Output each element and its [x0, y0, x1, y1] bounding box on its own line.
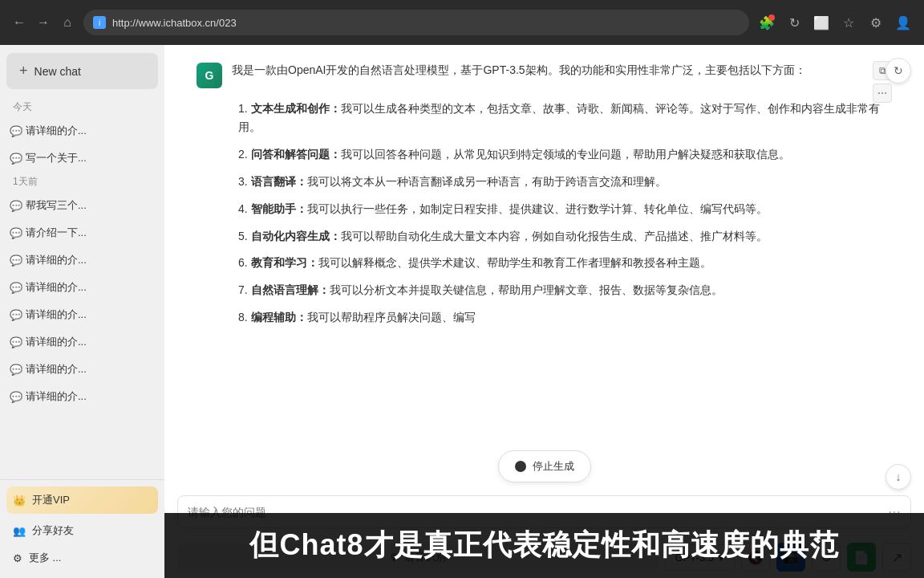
- upload-icon[interactable]: ⬆: [121, 123, 137, 139]
- delete-icon[interactable]: 🗑: [139, 307, 155, 323]
- stop-label: 停止生成: [533, 459, 574, 474]
- new-chat-label: New chat: [34, 65, 81, 78]
- edit-icon[interactable]: ✏: [103, 252, 120, 268]
- list-item[interactable]: 💬 请详细的介... ✏ ⬆ 🗑: [3, 356, 161, 383]
- more-button[interactable]: ⚙ 更多 ...: [6, 544, 158, 572]
- list-item: 1. 文本生成和创作：我可以生成各种类型的文本，包括文章、故事、诗歌、新闻稿、评…: [238, 100, 892, 138]
- sidebar: + New chat 今天 💬 请详细的介... ✏ ⬆ 🗑 💬 写一个关于..…: [0, 45, 164, 578]
- share-button[interactable]: 👥 分享好友: [6, 517, 158, 544]
- main-chat-area: G 我是一款由OpenAI开发的自然语言处理模型，基于GPT-3.5架构。我的功…: [164, 45, 924, 578]
- section-yesterday: 1天前: [3, 172, 161, 192]
- chat-item-text: 请详细的介...: [26, 307, 100, 322]
- delete-icon[interactable]: 🗑: [139, 252, 155, 268]
- edit-icon[interactable]: ✏: [103, 334, 120, 350]
- sidebar-footer: 👑 开通VIP 👥 分享好友 ⚙ 更多 ...: [0, 479, 164, 578]
- list-item[interactable]: 💬 写一个关于... ✏ ⬆ 🗑: [3, 144, 161, 172]
- list-item[interactable]: 💬 帮我写三个... ✏ ⬆ 🗑: [3, 192, 161, 219]
- profile-icon[interactable]: 👤: [892, 11, 914, 34]
- stop-generation-button[interactable]: 停止生成: [498, 450, 591, 482]
- chat-icon: 💬: [10, 282, 22, 294]
- chat-icon: 💬: [10, 200, 22, 212]
- scroll-up-button[interactable]: ↻: [886, 58, 911, 83]
- refresh-icon[interactable]: ↻: [783, 11, 805, 34]
- chat-messages: G 我是一款由OpenAI开发的自然语言处理模型，基于GPT-3.5架构。我的功…: [164, 45, 924, 444]
- upload-icon[interactable]: ⬆: [121, 150, 137, 166]
- extension-icon[interactable]: 🧩: [756, 11, 778, 34]
- upload-icon[interactable]: ⬆: [121, 307, 137, 323]
- message-text: 我是一款由OpenAI开发的自然语言处理模型，基于GPT-3.5架构。我的功能和…: [232, 61, 892, 336]
- list-item: 8. 编程辅助：我可以帮助程序员解决问题、编写: [238, 308, 892, 328]
- list-item[interactable]: 💬 请详细的介... ✏ ⬆ 🗑: [3, 328, 161, 356]
- delete-icon[interactable]: 🗑: [139, 361, 155, 377]
- browser-chrome: ← → ⌂ i http://www.ichatbox.cn/023 🧩 ↻ ⬜…: [0, 0, 924, 45]
- subtitle-text: 但Chat8才是真正代表稳定性和高速度的典范: [249, 528, 838, 561]
- scroll-down-button[interactable]: ↓: [886, 464, 911, 490]
- list-item[interactable]: 💬 请详细的介... ✏ ⬆ 🗑: [3, 117, 161, 144]
- edit-icon[interactable]: ✏: [103, 307, 120, 323]
- chat-icon: 💬: [10, 227, 22, 239]
- upload-icon[interactable]: ⬆: [121, 334, 137, 350]
- back-icon[interactable]: ←: [10, 13, 29, 32]
- list-item: 3. 语言翻译：我可以将文本从一种语言翻译成另一种语言，有助于跨语言交流和理解。: [238, 173, 892, 192]
- delete-icon[interactable]: 🗑: [139, 279, 155, 295]
- intro-text: 我是一款由OpenAI开发的自然语言处理模型，基于GPT-3.5架构。我的功能和…: [232, 61, 892, 80]
- share-icon: 👥: [13, 525, 26, 537]
- upload-icon[interactable]: ⬆: [121, 389, 137, 405]
- edit-icon[interactable]: ✏: [103, 123, 120, 139]
- list-item: 7. 自然语言理解：我可以分析文本并提取关键信息，帮助用户理解文章、报告、数据等…: [238, 281, 892, 300]
- share-label: 分享好友: [32, 523, 74, 538]
- delete-icon[interactable]: 🗑: [139, 389, 155, 405]
- site-favicon: i: [93, 16, 106, 29]
- edit-icon[interactable]: ✏: [103, 197, 120, 214]
- edit-icon[interactable]: ✏: [103, 225, 120, 241]
- edit-icon[interactable]: ✏: [103, 150, 120, 166]
- address-bar[interactable]: i http://www.ichatbox.cn/023: [83, 10, 749, 35]
- list-item[interactable]: 💬 请详细的介... ✏ ⬆ 🗑: [3, 246, 161, 274]
- list-item[interactable]: 💬 请详细的介... ✏ ⬆ 🗑: [3, 383, 161, 410]
- chat-item-text: 请详细的介...: [26, 124, 100, 138]
- upload-icon[interactable]: ⬆: [121, 197, 137, 214]
- chat-icon: 💬: [10, 336, 22, 348]
- plus-icon: +: [19, 63, 28, 79]
- delete-icon[interactable]: 🗑: [139, 123, 155, 139]
- list-item[interactable]: 💬 请详细的介... ✏ ⬆ 🗑: [3, 274, 161, 301]
- upload-icon[interactable]: ⬆: [121, 361, 137, 377]
- edit-icon[interactable]: ✏: [103, 389, 120, 405]
- chat-icon: 💬: [10, 309, 22, 321]
- list-item[interactable]: 💬 请详细的介... ✏ ⬆ 🗑: [3, 301, 161, 328]
- chat-item-text: 请详细的介...: [26, 362, 100, 377]
- upload-icon[interactable]: ⬆: [121, 225, 137, 241]
- bookmark-icon[interactable]: ☆: [837, 11, 860, 34]
- section-today: 今天: [3, 97, 161, 117]
- chat-history: 今天 💬 请详细的介... ✏ ⬆ 🗑 💬 写一个关于... ✏ ⬆ 🗑: [0, 97, 164, 479]
- chat-item-text: 写一个关于...: [26, 151, 100, 165]
- delete-icon[interactable]: 🗑: [139, 334, 155, 350]
- bot-avatar: G: [197, 63, 222, 88]
- edit-icon[interactable]: ✏: [103, 279, 120, 295]
- url-text: http://www.ichatbox.cn/023: [112, 17, 237, 29]
- chat-icon: 💬: [10, 391, 22, 403]
- list-item[interactable]: 💬 请介绍一下... ✏ ⬆ 🗑: [3, 219, 161, 246]
- delete-icon[interactable]: 🗑: [139, 150, 155, 166]
- chat-icon: 💬: [10, 153, 22, 165]
- upload-icon[interactable]: ⬆: [121, 252, 137, 268]
- chat-item-text: 请详细的介...: [26, 389, 100, 404]
- new-chat-button[interactable]: + New chat: [6, 53, 158, 89]
- list-item: 6. 教育和学习：我可以解释概念、提供学术建议、帮助学生和教育工作者理解和教授各…: [238, 254, 892, 273]
- edit-icon[interactable]: ✏: [103, 361, 120, 377]
- forward-icon[interactable]: →: [34, 13, 53, 32]
- home-icon[interactable]: ⌂: [58, 13, 77, 32]
- tab-icon[interactable]: ⬜: [810, 11, 833, 34]
- upload-icon[interactable]: ⬆: [121, 279, 137, 295]
- chat-item-text: 请介绍一下...: [26, 226, 100, 240]
- vip-icon: 👑: [13, 495, 26, 507]
- chat-icon: 💬: [10, 364, 22, 376]
- more-label: 更多 ...: [29, 551, 61, 565]
- delete-icon[interactable]: 🗑: [139, 197, 155, 214]
- more-button[interactable]: ⋯: [873, 83, 892, 103]
- gear-icon: ⚙: [13, 552, 22, 564]
- settings-icon[interactable]: ⚙: [865, 11, 887, 34]
- bot-message: G 我是一款由OpenAI开发的自然语言处理模型，基于GPT-3.5架构。我的功…: [197, 61, 892, 336]
- vip-button[interactable]: 👑 开通VIP: [6, 486, 158, 514]
- delete-icon[interactable]: 🗑: [139, 225, 155, 241]
